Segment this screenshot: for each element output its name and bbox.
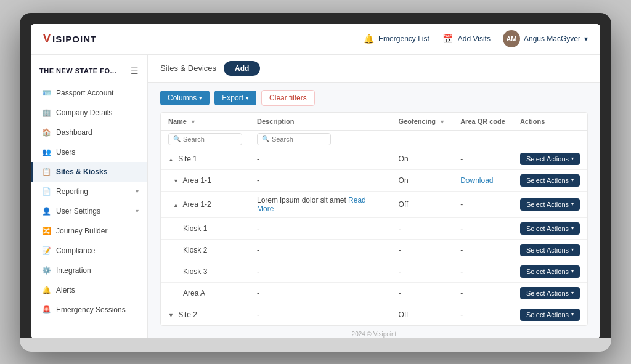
row-toggle-icon[interactable]: ▼: [168, 312, 174, 318]
sidebar-item-user-settings[interactable]: 👤 User Settings ▾: [31, 201, 147, 221]
chevron-down-icon: ▾: [571, 290, 574, 296]
filter-icon[interactable]: ▼: [190, 119, 197, 125]
search-row: 🔍 🔍: [161, 130, 587, 148]
table-row: ▲ Site 1 - On - Select Actions: [161, 148, 587, 169]
sidebar-item-dashboard[interactable]: 🏠 Dashboard: [31, 123, 147, 142]
chevron-down-icon: ▾: [571, 156, 574, 161]
columns-label: Columns: [168, 94, 197, 102]
table-row: ▼ Site 2 - Off - Select Actions: [161, 304, 587, 325]
name-cell: ▼ Site 2: [161, 304, 250, 325]
read-more-link[interactable]: Read More: [257, 196, 366, 213]
name-cell: Kiosk 3: [161, 261, 250, 282]
actions-cell: Select Actions ▾: [513, 239, 587, 261]
filter-icon[interactable]: ▼: [439, 119, 446, 125]
qr-code-cell: -: [453, 217, 513, 239]
table-row: Kiosk 2 - - - Select Actions ▾: [161, 239, 587, 261]
search-geofencing-cell: [391, 130, 454, 148]
qr-code-cell: -: [453, 148, 513, 169]
chevron-down-icon: ▾: [136, 188, 139, 195]
chevron-down-icon: ▾: [246, 95, 249, 101]
select-actions-button[interactable]: Select Actions ▾: [520, 244, 580, 256]
user-menu[interactable]: AM Angus MacGyver ▾: [503, 30, 588, 47]
sidebar-item-label: Alerts: [56, 286, 75, 294]
user-settings-icon: 👤: [41, 206, 51, 216]
top-bar: V ISIPOINT 🔔 Emergency List 📅 Add Visits…: [31, 24, 600, 55]
sidebar: THE NEW STATE FO... ☰ 🪪 Passport Account…: [31, 55, 148, 338]
sidebar-item-label: Integration: [56, 266, 91, 275]
description-cell: -: [250, 239, 391, 261]
emergency-icon: 🔔: [362, 33, 375, 45]
journey-icon: 🔀: [41, 226, 51, 236]
select-actions-button[interactable]: Select Actions ▾: [520, 222, 580, 235]
org-title: THE NEW STATE FO...: [39, 67, 116, 75]
name-cell: ▼ Area 1-1: [161, 169, 250, 191]
select-actions-button[interactable]: Select Actions ▾: [520, 265, 580, 278]
row-toggle-icon[interactable]: ▲: [173, 202, 179, 208]
geofencing-cell: Off: [391, 304, 454, 325]
qr-code-cell: -: [453, 239, 513, 261]
row-toggle-icon[interactable]: ▼: [173, 178, 179, 184]
sidebar-item-label: User Settings: [56, 207, 100, 216]
description-cell: -: [250, 261, 391, 282]
sites-icon: 📋: [41, 167, 51, 177]
columns-button[interactable]: Columns ▾: [160, 91, 210, 105]
search-description-input[interactable]: [272, 135, 321, 143]
select-actions-button[interactable]: Select Actions ▾: [520, 174, 580, 187]
sidebar-item-alerts[interactable]: 🔔 Alerts: [31, 280, 147, 300]
alerts-icon: 🔔: [41, 285, 51, 295]
emergency-list-button[interactable]: 🔔 Emergency List: [362, 33, 429, 45]
company-icon: 🏢: [41, 108, 51, 118]
main-layout: THE NEW STATE FO... ☰ 🪪 Passport Account…: [31, 55, 600, 338]
row-toggle-icon[interactable]: ▲: [168, 156, 174, 163]
sidebar-item-company-details[interactable]: 🏢 Company Details: [31, 103, 147, 123]
description-cell: -: [250, 169, 391, 191]
qr-code-cell: -: [453, 304, 513, 325]
add-button[interactable]: Add: [224, 61, 260, 76]
sidebar-item-passport-account[interactable]: 🪪 Passport Account: [31, 83, 147, 103]
sidebar-item-users[interactable]: 👥 Users: [31, 142, 147, 162]
footer: 2024 © Visipoint: [160, 326, 588, 338]
name-cell: Kiosk 2: [161, 239, 250, 261]
select-actions-button[interactable]: Select Actions ▾: [520, 198, 580, 211]
toolbar: Columns ▾ Export ▾ Clear filters: [160, 90, 588, 106]
content-area: Sites & Devices Add Columns ▾ Export ▾: [148, 55, 600, 338]
add-visits-label: Add Visits: [458, 34, 491, 43]
add-visits-button[interactable]: 📅 Add Visits: [442, 33, 491, 45]
search-qr-cell: [453, 130, 513, 148]
sidebar-header: THE NEW STATE FO... ☰: [31, 61, 147, 83]
sites-table: Name ▼ Description Geofencing ▼ Area QR …: [160, 112, 588, 326]
sidebar-item-integration[interactable]: ⚙️ Integration: [31, 261, 147, 280]
sidebar-item-emergency-sessions[interactable]: 🚨 Emergency Sessions: [31, 300, 147, 320]
sidebar-item-reporting[interactable]: 📄 Reporting ▾: [31, 182, 147, 201]
select-actions-button[interactable]: Select Actions ▾: [520, 153, 580, 165]
select-actions-button[interactable]: Select Actions ▾: [520, 309, 580, 321]
sidebar-item-journey-builder[interactable]: 🔀 Journey Builder: [31, 221, 147, 241]
table-header-row: Name ▼ Description Geofencing ▼ Area QR …: [161, 113, 587, 131]
search-name-input[interactable]: [183, 135, 232, 143]
col-header-geofencing: Geofencing ▼: [391, 113, 454, 131]
actions-cell: Select Actions ▾: [513, 217, 587, 239]
chevron-down-icon: ▾: [571, 201, 574, 207]
chevron-down-icon: ▾: [571, 177, 574, 183]
passport-icon: 🪪: [41, 88, 51, 98]
download-link[interactable]: Download: [460, 176, 493, 185]
content-body: Columns ▾ Export ▾ Clear filters: [148, 83, 600, 338]
search-actions-cell: [513, 130, 587, 148]
actions-cell: Select Actions ▾: [513, 304, 587, 325]
search-icon: 🔍: [173, 135, 181, 142]
hamburger-icon[interactable]: ☰: [131, 66, 139, 76]
description-cell: -: [250, 148, 391, 169]
qr-code-cell: -: [453, 191, 513, 217]
top-bar-right: 🔔 Emergency List 📅 Add Visits AM Angus M…: [362, 30, 588, 47]
reporting-icon: 📄: [41, 187, 51, 196]
table-row: Area A - - - Select Actions ▾: [161, 282, 587, 304]
export-button[interactable]: Export ▾: [214, 91, 256, 105]
search-name-cell: 🔍: [161, 130, 250, 148]
name-cell: Area A: [161, 282, 250, 304]
select-actions-button[interactable]: Select Actions ▾: [520, 287, 580, 299]
sidebar-item-compliance[interactable]: 📝 Compliance: [31, 241, 147, 261]
sidebar-item-sites-kiosks[interactable]: 📋 Sites & Kiosks: [31, 162, 147, 182]
dashboard-icon: 🏠: [41, 127, 51, 137]
clear-filters-button[interactable]: Clear filters: [261, 90, 315, 106]
emergency-sessions-icon: 🚨: [41, 305, 51, 315]
